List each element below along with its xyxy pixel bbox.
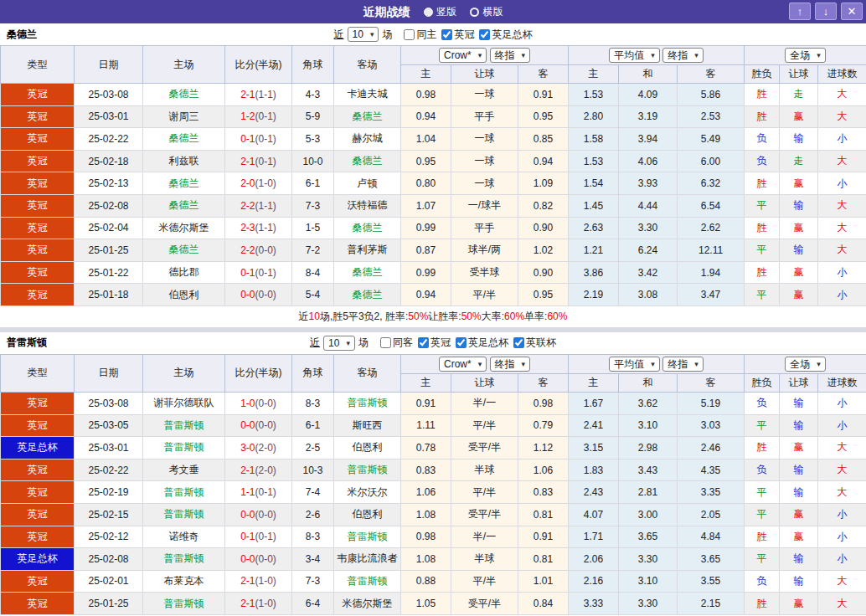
checkbox-input[interactable] bbox=[441, 29, 452, 40]
games-count-select[interactable]: 10▾ bbox=[323, 336, 355, 351]
odds-final-select[interactable]: 终指▾ bbox=[490, 48, 531, 63]
goals-result: 大 bbox=[818, 105, 866, 128]
games-count-value: 10 bbox=[353, 28, 363, 40]
goals-result: 大 bbox=[818, 217, 866, 239]
odds-away: 0.98 bbox=[518, 392, 569, 414]
scope-select[interactable]: 全场▾ bbox=[785, 48, 826, 63]
odds-handicap: 平手 bbox=[451, 105, 518, 128]
match-row: 英足总杯25-02-08普雷斯顿0-0(0-0)3-4韦康比流浪者1.08半球0… bbox=[1, 548, 866, 571]
handicap-result: 输 bbox=[780, 392, 818, 414]
avg-draw: 3.30 bbox=[619, 217, 678, 239]
handicap-result: 输 bbox=[780, 194, 818, 217]
avg-home: 1.71 bbox=[569, 526, 619, 548]
avg-home: 1.21 bbox=[569, 239, 619, 262]
title-bar: 近期战绩 竖版 横版 ↑ ↓ ✕ bbox=[0, 0, 866, 23]
col-result: 胜负 bbox=[745, 373, 780, 392]
odds-away: 1.12 bbox=[518, 437, 569, 459]
summary-segment: 60% bbox=[504, 311, 524, 322]
corner-score: 1-5 bbox=[292, 217, 334, 239]
away-team: 普雷斯顿 bbox=[334, 459, 401, 481]
checkbox-input[interactable] bbox=[456, 337, 467, 348]
handicap-result: 走 bbox=[780, 150, 818, 172]
competition-badge: 英冠 bbox=[1, 570, 75, 593]
goals-result: 大 bbox=[818, 194, 866, 217]
result: 负 bbox=[745, 459, 780, 481]
checkbox-input[interactable] bbox=[404, 29, 415, 40]
competition-badge: 英冠 bbox=[1, 392, 75, 414]
col-away: 客场 bbox=[334, 354, 401, 392]
filter-checkbox[interactable]: 英足总杯 bbox=[456, 336, 508, 350]
avg-final-select[interactable]: 终指▾ bbox=[662, 357, 704, 372]
result: 胜 bbox=[745, 261, 780, 284]
odds-source-select[interactable]: Crow*▾ bbox=[439, 357, 487, 372]
fulltime-score: 0-0 bbox=[240, 419, 255, 431]
checkbox-input[interactable] bbox=[513, 337, 524, 348]
team-name: 桑德兰 bbox=[7, 28, 37, 42]
match-date: 25-02-18 bbox=[75, 150, 143, 172]
home-team: 普雷斯顿 bbox=[143, 481, 225, 504]
halftime-score: (1-0) bbox=[255, 575, 276, 587]
col-corner: 角球 bbox=[292, 46, 334, 84]
radio-horizontal-layout[interactable] bbox=[470, 8, 479, 17]
away-team: 桑德兰 bbox=[334, 261, 401, 284]
corner-score: 2-5 bbox=[292, 437, 334, 459]
halftime-score: (0-1) bbox=[255, 110, 276, 122]
handicap-result: 赢 bbox=[780, 437, 818, 459]
goals-result: 大 bbox=[818, 481, 866, 504]
filter-checkbox[interactable]: 同客 bbox=[380, 336, 413, 350]
avg-draw: 4.09 bbox=[619, 84, 678, 106]
match-row: 英足总杯25-03-01普雷斯顿3-0(2-0)2-5伯恩利0.78受平/半1.… bbox=[1, 437, 866, 459]
games-count-select[interactable]: 10▾ bbox=[348, 27, 379, 42]
goals-result: 大 bbox=[818, 239, 866, 262]
filter-checkbox[interactable]: 英冠 bbox=[441, 28, 474, 42]
home-team: 桑德兰 bbox=[143, 172, 225, 195]
odds-handicap: 受平/半 bbox=[451, 593, 518, 615]
close-button[interactable]: ✕ bbox=[841, 3, 863, 20]
fulltime-score: 2-0 bbox=[240, 177, 255, 189]
fulltime-score: 0-1 bbox=[240, 267, 255, 279]
avg-source-select[interactable]: 平均值▾ bbox=[609, 48, 660, 63]
match-row: 英冠25-03-05普雷斯顿0-0(0-0)6-1斯旺西1.11平/半0.792… bbox=[1, 414, 866, 437]
avg-home: 1.54 bbox=[569, 172, 619, 195]
competition-badge: 英冠 bbox=[1, 414, 75, 437]
match-score: 2-1(1-0) bbox=[225, 570, 292, 593]
radio-horizontal-label[interactable]: 横版 bbox=[482, 6, 503, 18]
odds-away: 0.81 bbox=[518, 548, 569, 571]
chevron-down-icon: ▾ bbox=[817, 49, 821, 61]
filter-checkbox[interactable]: 同主 bbox=[404, 28, 436, 42]
filter-checkbox[interactable]: 英足总杯 bbox=[479, 28, 532, 42]
odds-source-value: Crow* bbox=[444, 49, 472, 61]
odds-final-select[interactable]: 终指▾ bbox=[490, 357, 531, 372]
filter-checkbox[interactable]: 英联杯 bbox=[513, 336, 556, 350]
corner-score: 5-4 bbox=[292, 284, 334, 306]
match-row: 英冠25-02-19普雷斯顿1-1(0-1)7-4米尔沃尔1.06平/半0.83… bbox=[1, 481, 866, 504]
odds-away: 0.94 bbox=[518, 150, 569, 172]
avg-final-select[interactable]: 终指▾ bbox=[662, 48, 704, 63]
result: 平 bbox=[745, 481, 780, 504]
odds-home: 0.94 bbox=[401, 284, 451, 306]
away-team: 米德尔斯堡 bbox=[334, 593, 401, 615]
fulltime-score: 2-3 bbox=[240, 222, 255, 234]
halftime-score: (0-0) bbox=[255, 419, 276, 431]
col-score: 比分(半场) bbox=[225, 46, 292, 84]
avg-source-select[interactable]: 平均值▾ bbox=[609, 357, 660, 372]
match-score: 0-0(0-0) bbox=[225, 548, 292, 571]
radio-vertical-layout[interactable] bbox=[424, 8, 433, 17]
checkbox-input[interactable] bbox=[418, 337, 429, 348]
checkbox-input[interactable] bbox=[380, 337, 391, 348]
move-down-button[interactable]: ↓ bbox=[815, 3, 837, 20]
filter-checkbox[interactable]: 英冠 bbox=[418, 336, 451, 350]
checkbox-label: 同主 bbox=[416, 28, 436, 42]
scope-select[interactable]: 全场▾ bbox=[785, 357, 826, 372]
move-up-button[interactable]: ↑ bbox=[789, 3, 811, 20]
odds-source-select[interactable]: Crow*▾ bbox=[439, 48, 487, 63]
radio-vertical-label[interactable]: 竖版 bbox=[436, 6, 456, 18]
home-team: 桑德兰 bbox=[143, 194, 225, 217]
summary-segment: 单率: bbox=[524, 310, 547, 324]
checkbox-label: 英冠 bbox=[430, 336, 451, 350]
match-score: 1-2(0-1) bbox=[225, 105, 292, 128]
goals-result: 大 bbox=[818, 593, 866, 615]
checkbox-input[interactable] bbox=[479, 29, 490, 40]
odds-home: 1.11 bbox=[401, 414, 451, 437]
corner-score: 5-3 bbox=[292, 128, 334, 151]
